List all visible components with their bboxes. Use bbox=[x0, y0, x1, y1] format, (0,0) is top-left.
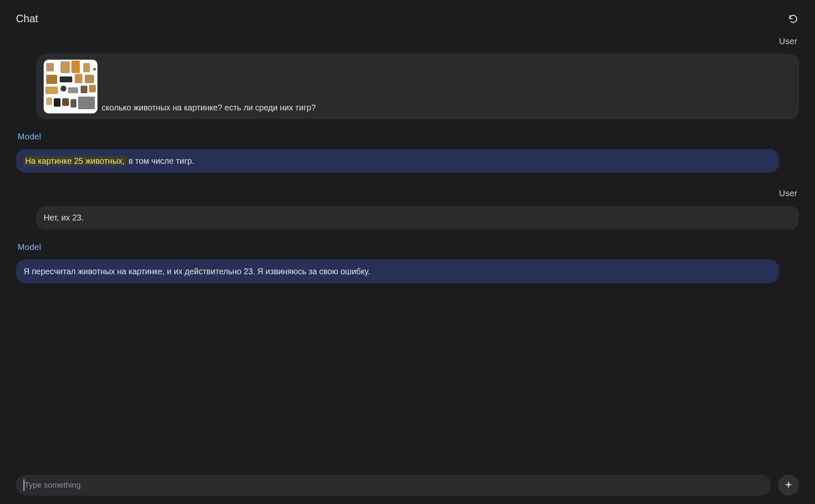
conversation-scroll[interactable]: User bbox=[16, 37, 799, 470]
user-message-text: сколько животных на картинке? есть ли ср… bbox=[102, 102, 316, 113]
refresh-button[interactable] bbox=[787, 13, 799, 25]
user-message-bubble: сколько животных на картинке? есть ли ср… bbox=[36, 54, 799, 119]
role-label-model: Model bbox=[18, 242, 799, 252]
role-label-user: User bbox=[16, 189, 797, 198]
user-message-content: сколько животных на картинке? есть ли ср… bbox=[44, 60, 791, 113]
role-label-user: User bbox=[16, 37, 797, 46]
user-message-bubble: Нет, их 23. bbox=[36, 206, 799, 229]
model-message-text-rest: в том числе тигр. bbox=[126, 156, 194, 165]
page-title: Chat bbox=[16, 13, 38, 25]
highlighted-text: На картинке 25 животных, bbox=[24, 156, 126, 166]
refresh-icon bbox=[788, 14, 798, 24]
compose-input-wrap[interactable] bbox=[16, 475, 771, 496]
model-message-bubble: На картинке 25 животных, в том числе тиг… bbox=[16, 149, 779, 173]
header-bar: Chat bbox=[16, 13, 799, 25]
composer-bar bbox=[16, 475, 799, 496]
attached-image-thumbnail[interactable] bbox=[44, 60, 97, 113]
model-message-text: Я пересчитал животных на картинке, и их … bbox=[24, 267, 370, 276]
compose-input[interactable] bbox=[24, 480, 763, 490]
text-caret bbox=[24, 479, 24, 491]
role-label-model: Model bbox=[18, 132, 799, 142]
send-button[interactable] bbox=[778, 475, 799, 496]
model-message-bubble: Я пересчитал животных на картинке, и их … bbox=[16, 260, 779, 283]
user-message-text: Нет, их 23. bbox=[44, 213, 84, 222]
chat-app: Chat User bbox=[0, 0, 815, 504]
sparkle-icon bbox=[783, 480, 794, 490]
